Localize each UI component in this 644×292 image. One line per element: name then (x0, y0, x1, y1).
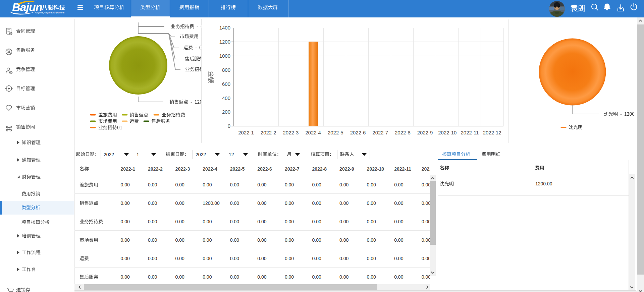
svg-text:0.00: 0.00 (285, 256, 294, 261)
svg-text:0.00: 0.00 (230, 200, 239, 206)
svg-text:2022-2: 2022-2 (148, 166, 163, 172)
svg-text:2022-12: 2022-12 (483, 130, 501, 135)
svg-text:0.00: 0.00 (394, 274, 403, 280)
svg-text:2022-11: 2022-11 (394, 166, 411, 172)
svg-text:2022-3: 2022-3 (175, 166, 190, 172)
svg-text:2022-4: 2022-4 (203, 166, 217, 172)
svg-text:0.00: 0.00 (203, 182, 212, 187)
svg-text:0.00: 0.00 (422, 219, 431, 224)
svg-text:0.00: 0.00 (367, 237, 376, 243)
svg-text:0.00: 0.00 (175, 219, 184, 224)
svg-text:2022-2: 2022-2 (261, 130, 276, 135)
svg-text:0.00: 0.00 (148, 219, 157, 224)
svg-text:0.00: 0.00 (367, 219, 376, 224)
svg-text:0.00: 0.00 (121, 219, 130, 224)
svg-text:0: 0 (228, 123, 230, 129)
svg-text:2022-6: 2022-6 (350, 130, 366, 135)
svg-text:2022-7: 2022-7 (372, 130, 388, 135)
svg-text:600: 600 (222, 81, 230, 87)
svg-text:0.00: 0.00 (175, 237, 184, 243)
svg-text:0.00: 0.00 (175, 200, 184, 206)
svg-text:0.00: 0.00 (121, 182, 130, 187)
svg-text:0.00: 0.00 (148, 274, 157, 280)
svg-text:2022-9: 2022-9 (339, 166, 354, 172)
svg-text:0.00: 0.00 (312, 182, 321, 187)
svg-text:0.00: 0.00 (339, 237, 348, 243)
svg-text:0.00: 0.00 (312, 237, 321, 243)
svg-text:Anyone,Anytime,Anywhere!: Anyone,Anytime,Anywhere! (35, 11, 64, 14)
svg-text:0.00: 0.00 (203, 274, 212, 280)
svg-text:0.00: 0.00 (257, 182, 266, 187)
svg-text:2022-1: 2022-1 (121, 166, 136, 172)
svg-text:2022-8: 2022-8 (395, 130, 411, 135)
svg-text:1200.00: 1200.00 (203, 200, 220, 206)
svg-text:0.00: 0.00 (148, 200, 157, 206)
svg-text:0.00: 0.00 (230, 182, 239, 187)
svg-text:0.00: 0.00 (312, 219, 321, 224)
svg-text:0.00: 0.00 (230, 256, 239, 261)
svg-text:2022-10: 2022-10 (438, 130, 457, 135)
svg-text:0.00: 0.00 (148, 256, 157, 261)
svg-text:2022-12: 2022-12 (422, 166, 439, 172)
svg-text:0.00: 0.00 (257, 200, 266, 206)
svg-text:2022-11: 2022-11 (461, 130, 479, 135)
svg-text:0.00: 0.00 (422, 182, 431, 187)
svg-text:0.00: 0.00 (367, 200, 376, 206)
svg-text:0.00: 0.00 (339, 274, 348, 280)
svg-text:2022-9: 2022-9 (417, 130, 433, 135)
svg-text:0.00: 0.00 (394, 200, 403, 206)
svg-text:0.00: 0.00 (339, 256, 348, 261)
svg-text:0.00: 0.00 (339, 182, 348, 187)
svg-text:0.00: 0.00 (148, 182, 157, 187)
svg-text:0.00: 0.00 (121, 200, 130, 206)
svg-text:2022-8: 2022-8 (312, 166, 327, 172)
svg-text:0.00: 0.00 (285, 200, 294, 206)
svg-text:400: 400 (222, 95, 230, 101)
svg-text:0.00: 0.00 (257, 274, 266, 280)
svg-text:0.00: 0.00 (394, 182, 403, 187)
svg-text:0.00: 0.00 (203, 237, 212, 243)
svg-text:0.00: 0.00 (394, 256, 403, 261)
svg-text:0.00: 0.00 (230, 274, 239, 280)
svg-text:0.00: 0.00 (257, 237, 266, 243)
svg-text:0.00: 0.00 (422, 200, 431, 206)
svg-text:2022: 2022 (196, 152, 206, 157)
svg-text:0.00: 0.00 (285, 274, 294, 280)
svg-text:0.00: 0.00 (422, 274, 431, 280)
svg-text:1: 1 (137, 152, 139, 157)
svg-text:0.00: 0.00 (367, 274, 376, 280)
svg-text:1000: 1000 (219, 53, 230, 59)
svg-text:0.00: 0.00 (339, 200, 348, 206)
svg-text:0.00: 0.00 (285, 182, 294, 187)
svg-text:2022-4: 2022-4 (305, 130, 321, 135)
svg-text:200: 200 (222, 109, 230, 115)
svg-text:0.00: 0.00 (422, 237, 431, 243)
svg-text:0.00: 0.00 (121, 256, 130, 261)
svg-text:0.00: 0.00 (203, 219, 212, 224)
svg-text:2022-7: 2022-7 (285, 166, 300, 172)
svg-text:0.00: 0.00 (339, 219, 348, 224)
svg-text:0.00: 0.00 (312, 200, 321, 206)
svg-text:800: 800 (222, 67, 230, 73)
svg-text:1400: 1400 (219, 25, 230, 31)
svg-text:2022-1: 2022-1 (238, 130, 254, 135)
svg-text:0.00: 0.00 (175, 182, 184, 187)
svg-text:0.00: 0.00 (312, 274, 321, 280)
svg-text:0.00: 0.00 (285, 219, 294, 224)
svg-text:0.00: 0.00 (367, 256, 376, 261)
svg-text:0.00: 0.00 (312, 256, 321, 261)
svg-text:0.00: 0.00 (394, 237, 403, 243)
svg-text:0.00: 0.00 (230, 237, 239, 243)
svg-text:0.00: 0.00 (394, 219, 403, 224)
svg-text:2022: 2022 (104, 152, 114, 157)
svg-text:1200.00: 1200.00 (535, 181, 552, 186)
svg-text:0.00: 0.00 (367, 182, 376, 187)
svg-text:0.00: 0.00 (257, 219, 266, 224)
svg-text:2022-10: 2022-10 (367, 166, 384, 172)
svg-text:2022-5: 2022-5 (328, 130, 343, 135)
svg-text:0.00: 0.00 (230, 219, 239, 224)
svg-text:0.00: 0.00 (148, 237, 157, 243)
svg-text:2022-5: 2022-5 (230, 166, 245, 172)
svg-text:0.00: 0.00 (121, 274, 130, 280)
svg-text:0.00: 0.00 (175, 274, 184, 280)
